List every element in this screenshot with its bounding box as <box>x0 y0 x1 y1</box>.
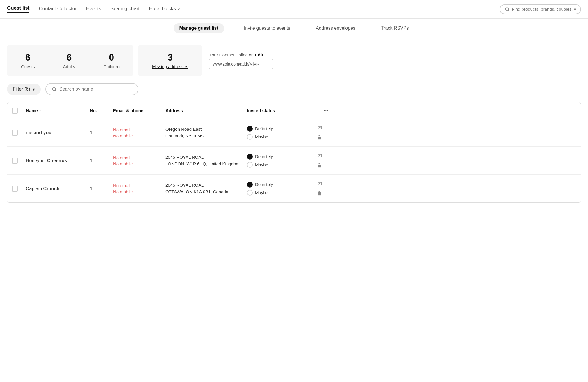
global-search[interactable] <box>500 4 581 14</box>
row-2-status: Definitely Maybe <box>247 154 311 168</box>
filter-label: Filter (6) <box>13 86 30 92</box>
stats-section: 6 Guests 6 Adults 0 Children 3 Missing a… <box>0 45 588 76</box>
svg-line-3 <box>55 90 56 91</box>
radio-filled-icon <box>247 154 253 160</box>
top-navigation: Guest list Contact Collector Events Seat… <box>0 0 588 19</box>
row-2-definitely[interactable]: Definitely <box>247 154 311 160</box>
email-icon[interactable]: ✉ <box>318 125 322 131</box>
svg-point-0 <box>505 7 509 10</box>
sub-nav-manage-guest-list[interactable]: Manage guest list <box>174 23 224 33</box>
row-3-name: Captain Crunch <box>26 186 90 191</box>
col-header-email-phone: Email & phone <box>113 108 165 113</box>
row-1-status: Definitely Maybe <box>247 126 311 140</box>
row-1-maybe[interactable]: Maybe <box>247 134 311 140</box>
row-2-actions: ✉ 🗑 <box>311 153 328 169</box>
email-icon[interactable]: ✉ <box>318 153 322 159</box>
nav-contact-collector[interactable]: Contact Collector <box>39 6 76 13</box>
row-1-number: 1 <box>90 130 113 135</box>
delete-icon[interactable]: 🗑 <box>317 162 322 169</box>
row-3-number: 1 <box>90 186 113 191</box>
col-header-no: No. <box>90 108 113 113</box>
header-checkbox-cell[interactable] <box>12 108 26 114</box>
col-header-name[interactable]: Name ↑ <box>26 108 90 113</box>
svg-line-1 <box>508 10 509 11</box>
email-icon[interactable]: ✉ <box>318 181 322 187</box>
radio-filled-icon <box>247 182 253 188</box>
row-2-name: Honeynut Cheerios <box>26 158 90 163</box>
row-1-checkbox[interactable] <box>12 130 18 136</box>
contact-collector-url: www.zola.com/addr/MjVR <box>209 59 273 69</box>
filter-button[interactable]: Filter (6) ▾ <box>7 84 41 95</box>
row-3-maybe[interactable]: Maybe <box>247 190 311 196</box>
table-header-row: Name ↑ No. Email & phone Address Invited… <box>7 102 581 119</box>
row-3-email-phone: No email No mobile <box>113 183 165 194</box>
col-header-address: Address <box>165 108 247 113</box>
row-2-maybe[interactable]: Maybe <box>247 162 311 168</box>
row-3-actions: ✉ 🗑 <box>311 181 328 197</box>
stats-card: 6 Guests 6 Adults 0 Children <box>7 45 133 76</box>
global-search-input[interactable] <box>512 7 576 12</box>
guest-table: Name ↑ No. Email & phone Address Invited… <box>7 102 581 203</box>
radio-empty-icon <box>247 134 253 140</box>
row-1-email-phone: No email No mobile <box>113 127 165 138</box>
sub-navigation: Manage guest list Invite guests to event… <box>0 19 588 38</box>
name-search-input[interactable] <box>59 86 132 92</box>
delete-icon[interactable]: 🗑 <box>317 135 322 141</box>
table-row: me and you 1 No email No mobile Oregon R… <box>7 119 581 147</box>
row-2-checkbox[interactable] <box>12 158 18 164</box>
guests-count: 6 <box>25 52 31 63</box>
row-2-email-phone: No email No mobile <box>113 155 165 166</box>
guests-label: Guests <box>21 64 35 69</box>
nav-hotel-blocks[interactable]: Hotel blocks ↗ <box>149 6 181 13</box>
col-header-invited-status: Invited status <box>247 108 311 113</box>
search-icon <box>505 7 509 12</box>
col-header-more[interactable]: ··· <box>311 107 328 114</box>
row-1-name: me and you <box>26 130 90 135</box>
nav-seating-chart[interactable]: Seating chart <box>111 6 140 13</box>
chevron-down-icon: ▾ <box>33 86 35 92</box>
sub-nav-address-envelopes[interactable]: Address envelopes <box>310 23 361 33</box>
name-search-bar[interactable] <box>45 83 138 95</box>
row-1-definitely[interactable]: Definitely <box>247 126 311 132</box>
delete-icon[interactable]: 🗑 <box>317 190 322 197</box>
children-count: 0 <box>109 52 114 63</box>
contact-collector-card: Your Contact Collector Edit www.zola.com… <box>209 45 273 76</box>
external-link-icon: ↗ <box>177 6 181 11</box>
nav-guest-list[interactable]: Guest list <box>7 5 29 13</box>
contact-collector-edit[interactable]: Edit <box>255 52 263 57</box>
row-3-status: Definitely Maybe <box>247 182 311 196</box>
children-label: Children <box>103 64 120 69</box>
missing-addresses-card: 3 Missing addresses <box>138 45 202 76</box>
adults-count: 6 <box>66 52 72 63</box>
sub-nav-invite-guests[interactable]: Invite guests to events <box>238 23 296 33</box>
missing-count: 3 <box>168 52 173 63</box>
row-3-address: 2045 ROYAL ROAD OTTAWA, ON K1A 0B1, Cana… <box>165 182 247 195</box>
adults-label: Adults <box>63 64 75 69</box>
stat-children: 0 Children <box>89 45 133 76</box>
radio-empty-icon <box>247 190 253 196</box>
row-3-definitely[interactable]: Definitely <box>247 182 311 188</box>
row-2-address: 2045 ROYAL ROAD LONDON, W1P 6HQ, United … <box>165 154 247 167</box>
filter-row: Filter (6) ▾ <box>0 83 588 95</box>
row-3-checkbox[interactable] <box>12 186 18 192</box>
missing-label[interactable]: Missing addresses <box>152 64 188 69</box>
stat-guests: 6 Guests <box>7 45 49 76</box>
row-1-actions: ✉ 🗑 <box>311 125 328 141</box>
radio-filled-icon <box>247 126 253 132</box>
svg-point-2 <box>52 87 56 91</box>
contact-collector-header: Your Contact Collector Edit <box>209 52 273 57</box>
row-1-address: Oregon Road East Cortlandt, NY 10567 <box>165 126 247 139</box>
radio-empty-icon <box>247 162 253 168</box>
search-icon <box>52 86 56 92</box>
sub-nav-track-rsvps[interactable]: Track RSVPs <box>375 23 414 33</box>
table-row: Captain Crunch 1 No email No mobile 2045… <box>7 175 581 202</box>
table-row: Honeynut Cheerios 1 No email No mobile 2… <box>7 147 581 175</box>
nav-events[interactable]: Events <box>86 6 101 13</box>
select-all-checkbox[interactable] <box>12 108 18 114</box>
stat-adults: 6 Adults <box>49 45 90 76</box>
row-2-number: 1 <box>90 158 113 163</box>
